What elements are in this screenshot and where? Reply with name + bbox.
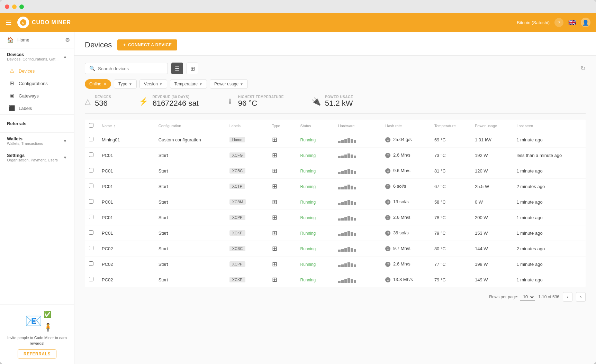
language-flag[interactable]: 🇬🇧 xyxy=(568,19,576,26)
filter-power-usage[interactable]: Power usage ▼ xyxy=(210,80,248,88)
filter-online[interactable]: Online × xyxy=(85,79,111,89)
filter-type[interactable]: Type ▼ xyxy=(114,80,137,88)
settings-gear-icon[interactable]: ⚙ xyxy=(65,37,70,43)
device-power: 149 W xyxy=(471,272,512,288)
row-checkbox[interactable] xyxy=(89,152,93,157)
row-checkbox[interactable] xyxy=(89,246,93,250)
logo: C CUDO MINER xyxy=(17,17,71,28)
sidebar-settings-header[interactable]: Settings Organisation, Payment, Users ▼ xyxy=(0,149,74,166)
device-type: ⊞ xyxy=(268,148,296,163)
close-button[interactable] xyxy=(5,4,9,9)
device-label: XCBC xyxy=(225,241,268,256)
power-dropdown-arrow: ▼ xyxy=(240,82,243,86)
version-dropdown-arrow: ▼ xyxy=(159,82,163,86)
col-header-labels[interactable]: Labels xyxy=(225,120,268,132)
sidebar-item-configurations[interactable]: ⊞ Configurations xyxy=(0,77,74,90)
currency-display: Bitcoin (Satoshi) xyxy=(517,20,550,25)
referrals-button[interactable]: REFERRALS xyxy=(18,349,56,358)
refresh-button[interactable]: ↻ xyxy=(580,65,586,72)
row-checkbox[interactable] xyxy=(89,261,93,266)
device-type: ⊞ xyxy=(268,241,296,256)
device-hashrate: ⊙ 2.6 Mh/s xyxy=(381,148,430,163)
next-page-button[interactable]: › xyxy=(576,292,586,302)
search-row: 🔍 ☰ ⊞ ↻ xyxy=(85,63,586,74)
device-temperature: 67 °C xyxy=(430,179,471,194)
col-header-power[interactable]: Power usage xyxy=(471,120,512,132)
stat-highest-temp: 🌡 HIGHEST TEMPERATURE 96 °C xyxy=(213,95,298,108)
sidebar-item-home[interactable]: 🏠 Home xyxy=(7,34,29,46)
stat-temp-value: 96 °C xyxy=(238,99,284,108)
col-header-lastseen[interactable]: Last seen xyxy=(512,120,586,132)
sidebar-referrals-title: Referrals xyxy=(7,121,67,126)
row-checkbox[interactable] xyxy=(89,277,93,281)
sidebar-item-gateways[interactable]: ▣ Gateways xyxy=(0,90,74,102)
device-last-seen: 2 minutes ago xyxy=(512,179,586,194)
filter-version[interactable]: Version ▼ xyxy=(139,80,167,88)
titlebar xyxy=(0,0,596,13)
row-checkbox[interactable] xyxy=(89,215,93,219)
row-checkbox[interactable] xyxy=(89,184,93,188)
list-view-button[interactable]: ☰ xyxy=(171,63,183,74)
col-header-configuration[interactable]: Configuration xyxy=(154,120,225,132)
filter-temperature[interactable]: Temperature ▼ xyxy=(170,80,207,88)
device-power: 0 W xyxy=(471,194,512,210)
page-info: 1-10 of 536 xyxy=(538,295,559,299)
remove-online-filter-icon[interactable]: × xyxy=(104,81,107,87)
device-power: 192 W xyxy=(471,148,512,163)
row-checkbox[interactable] xyxy=(89,230,93,235)
sidebar-settings-subtitle: Organisation, Payment, Users xyxy=(7,158,58,162)
select-all-checkbox[interactable] xyxy=(89,123,93,128)
search-input[interactable] xyxy=(98,66,160,71)
device-status: Running xyxy=(296,179,334,194)
sidebar-item-labels-label: Labels xyxy=(19,106,32,111)
sidebar-item-gateways-label: Gateways xyxy=(19,93,39,99)
device-last-seen: 2 minutes ago xyxy=(512,241,586,256)
device-label: Home xyxy=(225,132,268,148)
sidebar-group-devices-header[interactable]: Devices Devices, Configurations, Gat... … xyxy=(0,48,74,65)
maximize-button[interactable] xyxy=(19,4,24,9)
col-header-hashrate[interactable]: Hash rate xyxy=(381,120,430,132)
configurations-icon: ⊞ xyxy=(8,80,15,86)
col-header-type[interactable]: Type xyxy=(268,120,296,132)
help-icon[interactable]: ? xyxy=(554,18,563,27)
grid-view-button[interactable]: ⊞ xyxy=(187,63,198,74)
sidebar-item-devices[interactable]: ⚠ Devices xyxy=(0,65,74,77)
windows-icon: ⊞ xyxy=(272,230,277,236)
minimize-button[interactable] xyxy=(12,4,17,9)
user-avatar[interactable]: 👤 xyxy=(581,18,590,27)
device-power: 153 W xyxy=(471,225,512,241)
device-name: Mining01 xyxy=(98,132,154,148)
prev-page-button[interactable]: ‹ xyxy=(563,292,572,302)
row-checkbox[interactable] xyxy=(89,137,93,141)
app-container: ☰ C CUDO MINER Bitcoin (Satoshi) ? 🇬🇧 👤 xyxy=(0,13,596,364)
table-row: PC01 Start XCKP ⊞ Running ⊙ 36 sol/s 79 … xyxy=(85,225,586,241)
col-header-temperature[interactable]: Temperature xyxy=(430,120,471,132)
sidebar-wallets-header[interactable]: Wallets Wallets, Transactions ▼ xyxy=(0,133,74,149)
device-hardware xyxy=(334,272,381,288)
sidebar-item-labels[interactable]: ⬛ Labels xyxy=(0,102,74,114)
row-checkbox[interactable] xyxy=(89,199,93,204)
topnav-left: ☰ C CUDO MINER xyxy=(6,17,71,28)
col-header-hardware[interactable]: Hardware xyxy=(334,120,381,132)
device-type: ⊞ xyxy=(268,256,296,272)
rows-per-page-select[interactable]: 10 25 50 xyxy=(520,293,535,301)
sidebar-referrals-header[interactable]: Referrals xyxy=(0,118,74,130)
col-header-name[interactable]: Name ↑ xyxy=(98,120,154,132)
col-header-status[interactable]: Status xyxy=(296,120,334,132)
stat-temp-icon: 🌡 xyxy=(226,97,234,106)
device-status: Running xyxy=(296,241,334,256)
hamburger-menu-button[interactable]: ☰ xyxy=(6,18,12,27)
device-type: ⊞ xyxy=(268,194,296,210)
connect-device-button[interactable]: + CONNECT A DEVICE xyxy=(117,39,177,50)
table-row: PC01 Start XCFG ⊞ Running ⊙ 2.6 Mh/s 73 … xyxy=(85,148,586,163)
windows-icon: ⊞ xyxy=(272,214,277,221)
device-power: 1.01 kW xyxy=(471,132,512,148)
device-hardware xyxy=(334,241,381,256)
chevron-up-icon: ▲ xyxy=(63,54,67,59)
device-hashrate: ⊙ 13 sol/s xyxy=(381,194,430,210)
windows-icon: ⊞ xyxy=(272,198,277,205)
device-status: Running xyxy=(296,132,334,148)
device-last-seen: 1 minute ago xyxy=(512,132,586,148)
device-last-seen: 1 minute ago xyxy=(512,256,586,272)
row-checkbox[interactable] xyxy=(89,168,93,172)
